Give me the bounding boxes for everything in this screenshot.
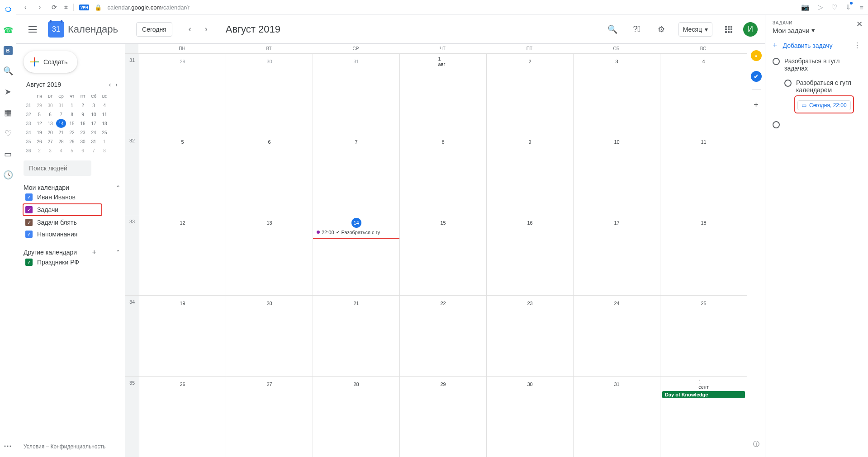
tasks-list-selector[interactable]: Мои задачи▾ [773, 26, 861, 34]
day-number[interactable]: 4 [699, 57, 709, 66]
mini-day[interactable]: 15 [67, 119, 77, 128]
my-calendars-header[interactable]: Мои календари⌃ [24, 184, 120, 191]
keep-icon[interactable]: ♦ [751, 50, 762, 61]
account-avatar[interactable]: И [743, 22, 758, 37]
mini-day[interactable]: 5 [67, 146, 77, 155]
calendar-logo[interactable]: 31 Календарь [48, 21, 118, 38]
day-number[interactable]: 17 [612, 218, 622, 228]
mini-day[interactable]: 1 [67, 101, 77, 110]
add-addon-button[interactable]: + [751, 99, 762, 110]
mini-next-button[interactable]: › [115, 81, 118, 88]
footer-links[interactable]: Условия – Конфиденциальность [24, 438, 120, 450]
day-cell[interactable]: 1 сентDay of Knowledge [660, 377, 747, 457]
day-number[interactable]: 6 [265, 137, 275, 147]
mini-day[interactable]: 12 [34, 119, 44, 128]
more-icon[interactable]: ⋯ [3, 441, 13, 451]
mini-day[interactable]: 7 [89, 146, 99, 155]
prev-month-button[interactable]: ‹ [183, 23, 197, 36]
mini-day[interactable]: 2 [34, 146, 44, 155]
view-selector[interactable]: Месяц▾ [678, 22, 712, 37]
day-cell[interactable]: 30 [486, 377, 573, 457]
day-cell[interactable]: 1 авг [399, 54, 486, 134]
day-cell[interactable]: 10 [573, 134, 660, 214]
day-number[interactable]: 10 [612, 137, 622, 147]
day-cell[interactable]: 31 [573, 377, 660, 457]
mini-day[interactable]: 27 [45, 137, 55, 146]
send-icon[interactable]: ➤ [3, 87, 13, 97]
day-cell[interactable]: 4 [660, 54, 747, 134]
messenger-icon[interactable]: ✹ [3, 5, 13, 14]
mini-day[interactable]: 7 [56, 110, 66, 119]
search-people-input[interactable] [24, 160, 91, 176]
mini-day[interactable]: 20 [45, 128, 55, 137]
day-cell[interactable]: 15 [399, 215, 486, 295]
day-number[interactable]: 27 [265, 379, 275, 389]
day-cell[interactable]: 21 [313, 296, 399, 376]
day-number[interactable]: 1 авг [438, 57, 448, 66]
mini-day[interactable]: 1 [100, 137, 109, 146]
day-number[interactable]: 25 [699, 298, 709, 308]
tasks-icon[interactable]: ✔ [751, 71, 762, 82]
day-number[interactable]: 31 [351, 57, 361, 66]
whatsapp-icon[interactable]: ☎ [3, 25, 13, 35]
day-number[interactable]: 2 [525, 57, 535, 66]
vk-icon[interactable]: B [4, 46, 13, 55]
day-number[interactable]: 30 [265, 57, 275, 66]
mini-day[interactable]: 16 [78, 119, 88, 128]
task-checkbox[interactable] [784, 80, 792, 87]
add-calendar-button[interactable]: + [92, 248, 96, 256]
day-number[interactable]: 22 [438, 298, 448, 308]
task-date-chip[interactable]: ▭Сегодня, 22:00 [797, 100, 851, 110]
close-panel-button[interactable]: ✕ [856, 19, 863, 29]
day-number[interactable]: 26 [178, 379, 188, 389]
mini-day[interactable]: 4 [100, 101, 109, 110]
day-number[interactable]: 5 [178, 137, 188, 147]
checkbox-icon[interactable]: ✓ [25, 193, 33, 201]
day-number[interactable]: 9 [525, 137, 535, 147]
day-number[interactable]: 28 [351, 379, 361, 389]
vpn-badge[interactable]: VPN [79, 5, 89, 10]
info-icon[interactable]: ⓘ [751, 439, 762, 450]
day-number[interactable]: 3 [612, 57, 622, 66]
mini-day[interactable]: 2 [78, 101, 88, 110]
mini-day[interactable]: 9 [78, 110, 88, 119]
day-number[interactable]: 20 [265, 298, 275, 308]
clock-icon[interactable]: 🕓 [3, 170, 13, 180]
task-item[interactable]: Разобраться с гугл календарем▭Сегодня, 2… [765, 75, 868, 117]
day-number[interactable]: 21 [351, 298, 361, 308]
add-task-button[interactable]: + Добавить задачу ⋮ [765, 37, 868, 54]
day-cell[interactable]: 27 [226, 377, 313, 457]
mini-calendar[interactable]: ПнВтСрЧтПтСбВс31293031123432567891011331… [24, 92, 120, 155]
heart-icon[interactable]: ♡ [3, 128, 13, 138]
task-checkbox[interactable] [773, 58, 780, 65]
play-icon[interactable]: ▷ [818, 3, 823, 11]
day-number[interactable]: 16 [525, 218, 535, 228]
address-bar[interactable]: calendar.google.com/calendar/r [107, 4, 189, 11]
main-menu-button[interactable] [24, 20, 42, 38]
day-cell[interactable]: 2 [486, 54, 573, 134]
mini-day[interactable]: 13 [45, 119, 55, 128]
day-number[interactable]: 29 [178, 57, 188, 66]
calendar-item[interactable]: ✓Праздники РФ [24, 256, 120, 268]
day-number[interactable]: 29 [438, 379, 448, 389]
mini-day[interactable]: 11 [100, 110, 109, 119]
mini-day[interactable]: 3 [45, 146, 55, 155]
mini-day[interactable]: 6 [78, 146, 88, 155]
mini-day[interactable]: 8 [67, 110, 77, 119]
day-number[interactable]: 30 [525, 379, 535, 389]
mini-day[interactable]: 31 [56, 101, 66, 110]
day-number[interactable]: 13 [265, 218, 275, 228]
mini-day[interactable]: 24 [89, 128, 99, 137]
settings-button[interactable]: ⚙ [652, 20, 670, 38]
checkbox-icon[interactable]: ✓ [25, 219, 33, 226]
day-cell[interactable]: 12 [139, 215, 226, 295]
download-icon[interactable]: ⇓ [845, 3, 851, 11]
day-cell[interactable]: 29 [139, 54, 226, 134]
task-item[interactable] [765, 117, 868, 132]
task-checkbox[interactable] [773, 121, 780, 128]
mini-day[interactable]: 28 [56, 137, 66, 146]
day-cell[interactable]: 9 [486, 134, 573, 214]
mini-day[interactable]: 10 [89, 110, 99, 119]
apps-launcher-icon[interactable]: ⌗ [64, 4, 68, 11]
mini-day[interactable]: 21 [56, 128, 66, 137]
